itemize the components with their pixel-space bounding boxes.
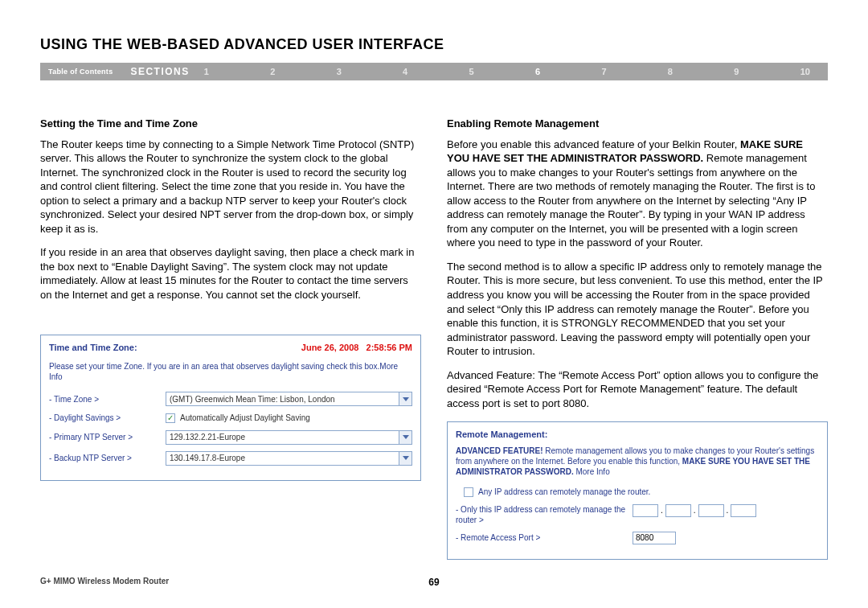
timezone-select[interactable]: (GMT) Greenwich Mean Time: Lisbon, Londo… <box>166 392 412 406</box>
page-title: USING THE WEB-BASED ADVANCED USER INTERF… <box>0 0 868 63</box>
left-heading: Setting the Time and Time Zone <box>40 117 421 131</box>
left-paragraph-1: The Router keeps time by connecting to a… <box>40 138 421 236</box>
timezone-label: - Time Zone > <box>49 394 166 405</box>
chevron-down-icon <box>399 452 411 465</box>
ip-octet-4[interactable] <box>731 504 756 517</box>
remote-management-panel: Remote Management: ADVANCED FEATURE! Rem… <box>447 421 828 559</box>
right-paragraph-2: The second method is to allow a specific… <box>447 260 828 359</box>
chevron-down-icon <box>399 392 411 405</box>
anyip-text: Any IP address can remotely manage the r… <box>478 487 650 498</box>
port-input[interactable]: 8080 <box>633 532 676 544</box>
primary-ntp-value: 129.132.2.21-Europe <box>170 432 245 443</box>
section-link-10[interactable]: 10 <box>800 67 810 76</box>
panel-datetime: June 26, 2008 2:58:56 PM <box>301 342 412 354</box>
left-paragraph-2: If you reside in an area that observes d… <box>40 245 421 302</box>
content-columns: Setting the Time and Time Zone The Route… <box>0 80 868 560</box>
section-link-6[interactable]: 6 <box>535 67 540 76</box>
section-link-2[interactable]: 2 <box>270 67 275 76</box>
chevron-down-icon <box>399 431 411 444</box>
footer-pagenum: 69 <box>428 577 439 588</box>
section-link-7[interactable]: 7 <box>601 67 606 76</box>
panel-title-time: Time and Time Zone: <box>49 342 137 354</box>
right-paragraph-1: Before you enable this advanced feature … <box>447 138 828 250</box>
backup-ntp-label: - Backup NTP Server > <box>49 453 166 464</box>
footer-model: G+ MIMO Wireless Modem Router <box>40 577 169 585</box>
ip-octet-3[interactable] <box>698 504 724 517</box>
section-numbers: 1 2 3 4 5 6 7 8 9 10 <box>204 67 818 76</box>
left-column: Setting the Time and Time Zone The Route… <box>40 117 421 560</box>
panel-desc-time: Please set your time Zone. If you are in… <box>49 361 412 382</box>
primary-ntp-select[interactable]: 129.132.2.21-Europe <box>166 430 412 445</box>
daylight-checkbox[interactable]: ✓ <box>166 413 175 423</box>
section-link-3[interactable]: 3 <box>337 67 342 76</box>
section-link-1[interactable]: 1 <box>204 67 209 76</box>
backup-ntp-value: 130.149.17.8-Europe <box>170 453 245 464</box>
anyip-checkbox[interactable] <box>464 487 473 497</box>
daylight-text: Automatically Adjust Daylight Saving <box>180 413 310 424</box>
right-heading: Enabling Remote Management <box>447 117 828 131</box>
toc-link[interactable]: Table of Contents <box>48 68 113 76</box>
backup-ntp-select[interactable]: 130.149.17.8-Europe <box>166 451 412 466</box>
section-link-9[interactable]: 9 <box>734 67 739 76</box>
ip-octet-1[interactable] <box>633 504 658 517</box>
section-link-4[interactable]: 4 <box>403 67 407 76</box>
primary-ntp-label: - Primary NTP Server > <box>49 432 166 443</box>
time-zone-panel: Time and Time Zone: June 26, 2008 2:58:5… <box>40 335 421 481</box>
page-footer: G+ MIMO Wireless Modem Router 69 <box>40 577 828 585</box>
right-column: Enabling Remote Management Before you en… <box>447 117 828 560</box>
panel-title-remote: Remote Management: <box>456 429 819 441</box>
right-paragraph-3: Advanced Feature: The “Remote Access Por… <box>447 368 828 411</box>
timezone-value: (GMT) Greenwich Mean Time: Lisbon, Londo… <box>170 394 335 405</box>
section-link-5[interactable]: 5 <box>469 67 474 76</box>
ip-address-inputs: . . . <box>633 504 756 517</box>
port-label: - Remote Access Port > <box>456 532 633 544</box>
panel-desc-remote: ADVANCED FEATURE! Remote management allo… <box>456 446 819 477</box>
daylight-label: - Daylight Savings > <box>49 413 166 424</box>
onlyip-label: - Only this IP address can remotely mana… <box>456 504 633 525</box>
section-nav-bar: Table of Contents SECTIONS 1 2 3 4 5 6 7… <box>40 63 828 80</box>
section-link-8[interactable]: 8 <box>668 67 673 76</box>
ip-octet-2[interactable] <box>665 504 691 517</box>
sections-label: SECTIONS <box>130 66 189 77</box>
